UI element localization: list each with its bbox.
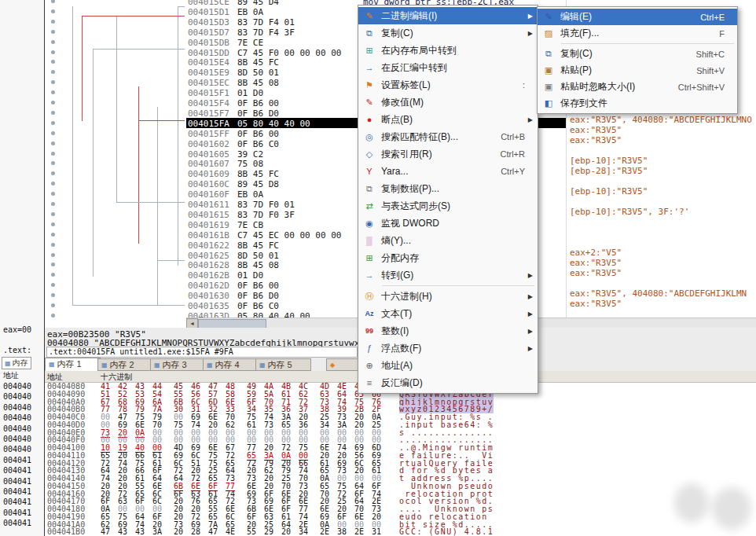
menu-item-fill[interactable]: ▨填充(F)...F — [538, 25, 737, 42]
menu-item-modify-value[interactable]: ✎修改值(M) — [358, 94, 538, 111]
breakpoint-dot[interactable] — [51, 192, 55, 196]
menu-item-paste[interactable]: ▣粘贴(P)Shift+V — [538, 62, 737, 79]
menu-item-copy[interactable]: ⧉复制(C)Shift+C — [538, 46, 737, 62]
sync-expression-icon: ⇄ — [361, 201, 377, 211]
menu-item-yara[interactable]: YYara...Ctrl+Y — [358, 163, 538, 180]
dump-byte[interactable]: 3A — [152, 528, 162, 536]
breakpoint-dot[interactable] — [51, 30, 55, 34]
dump-byte[interactable]: 29 — [264, 528, 273, 536]
comment-annotation: eax:"R3V5" — [570, 258, 622, 268]
breakpoint-dot[interactable] — [51, 233, 55, 237]
yara-icon: Y — [361, 167, 377, 176]
breakpoint-dot[interactable] — [51, 273, 55, 277]
dump-byte[interactable]: 2E — [354, 528, 364, 536]
tab-memory-2[interactable]: ▦内存 2 — [97, 358, 153, 371]
disassembly-icon: ≡ — [361, 378, 377, 387]
breakpoint-dot[interactable] — [51, 40, 55, 44]
breakpoint-dot[interactable] — [51, 212, 55, 216]
tab-memory-1[interactable]: ▦内存 1 — [45, 358, 101, 371]
dump-byte[interactable]: 20 — [281, 528, 291, 536]
menu-item-disassembly[interactable]: ≡反汇编(D) — [358, 374, 538, 391]
menu-item-integer[interactable]: 99整数(I)▶ — [358, 322, 538, 340]
allocate-memory-icon: ⊞ — [361, 253, 377, 263]
menu-item-entropy[interactable]: ▒熵(Y)... — [358, 232, 538, 249]
tab-memory-3[interactable]: ▦内存 3 — [150, 358, 206, 371]
breakpoint-dot[interactable] — [51, 293, 55, 297]
breakpoint-dot[interactable] — [51, 283, 55, 287]
dump-byte[interactable]: 28 — [191, 528, 200, 536]
breakpoint-dot[interactable] — [51, 80, 55, 84]
menu-item-label: 复制(C) — [381, 27, 519, 40]
breakpoint-dot[interactable] — [51, 121, 55, 125]
tab-label: 内存 4 — [215, 359, 240, 371]
breakpoint-dot[interactable] — [51, 90, 55, 94]
menu-item-label: 搜索引用(R) — [381, 148, 494, 161]
dump-byte[interactable]: 2E — [320, 528, 329, 536]
strip-address: 004041 — [3, 508, 31, 517]
breakpoint-dot[interactable] — [51, 101, 55, 105]
menu-item-watch-dword[interactable]: ◉监视 DWORD — [358, 215, 538, 232]
dump-byte[interactable]: 38 — [337, 528, 347, 536]
breakpoint-dot[interactable] — [51, 202, 55, 206]
menu-item-float[interactable]: ƒ浮点数(F)▶ — [358, 340, 538, 357]
breakpoint-dot[interactable] — [51, 9, 55, 13]
breakpoint-dot[interactable] — [51, 60, 55, 64]
dump-byte[interactable]: 43 — [135, 528, 145, 536]
menu-item-address[interactable]: ⊕地址(A) — [358, 357, 538, 374]
breakpoint-dot[interactable] — [51, 253, 55, 257]
breakpoint-dot[interactable] — [51, 152, 55, 156]
breakpoint-dot[interactable] — [51, 171, 55, 175]
menu-item-goto[interactable]: →转到(G)▶ — [358, 266, 538, 284]
breakpoint-dot[interactable] — [51, 131, 55, 135]
strip-memory-tab[interactable]: ▦ 内存 — [2, 357, 31, 369]
menu-item-allocate-memory[interactable]: ⊞分配内存 — [358, 249, 538, 266]
menu-item-edit[interactable]: ✎编辑(E)Ctrl+E — [538, 9, 737, 25]
dump-byte[interactable]: 43 — [118, 528, 127, 536]
breakpoint-dot[interactable] — [51, 141, 55, 145]
breakpoint-dot[interactable] — [51, 161, 55, 165]
menu-item-copy-data[interactable]: ⧉复制数据(P)... — [358, 180, 538, 197]
goto-icon: → — [361, 270, 377, 280]
breakpoint-dot[interactable] — [51, 222, 55, 226]
menu-item-paste-ignore-size[interactable]: ▣粘贴时忽略大小(I)Ctrl+Shift+V — [538, 79, 737, 95]
breakpoint-dot[interactable] — [51, 303, 55, 307]
menu-item-goto-memory[interactable]: ⊞在内存布局中转到 — [358, 42, 538, 59]
menu-item-save-to-file[interactable]: ◧保存到文件 — [538, 95, 737, 112]
dump-byte[interactable]: 4E — [226, 528, 235, 536]
submenu-arrow-icon: ▶ — [525, 345, 533, 352]
dump-byte[interactable]: 20 — [174, 528, 183, 536]
breakpoint-dot[interactable] — [51, 243, 55, 247]
tab-memory-4[interactable]: ▦内存 4 — [203, 358, 259, 371]
dump-byte[interactable]: 34 — [299, 528, 308, 536]
breakpoint-dot[interactable] — [51, 20, 55, 24]
menu-item-binary-edit[interactable]: ✎二进制编辑(I)▶ — [358, 7, 538, 24]
menu-item-text[interactable]: Az文本(T)▶ — [358, 305, 538, 322]
breakpoint-dot[interactable] — [51, 182, 55, 185]
breakpoint-dot[interactable] — [51, 262, 55, 266]
menu-item-hex[interactable]: Ⓗ十六进制(H)▶ — [358, 288, 538, 305]
tab-memory-5[interactable]: ▦内存 5 — [255, 358, 311, 371]
menu-item-copy[interactable]: ⧉复制(C)▶ — [358, 24, 538, 42]
menu-item-label: 断点(B) — [381, 113, 519, 127]
breakpoint-dot[interactable] — [51, 0, 55, 3]
dump-byte[interactable]: 55 — [247, 528, 256, 536]
dump-byte[interactable]: 31 — [372, 528, 381, 536]
tab-label: 内存 5 — [268, 359, 292, 371]
search-pattern-icon: ◎ — [361, 132, 377, 142]
breakpoint-dot[interactable] — [51, 70, 55, 74]
memory-tab-icon: ▦ — [207, 362, 213, 369]
breakpoint-dot[interactable] — [51, 50, 55, 54]
breakpoint-dot[interactable] — [51, 314, 55, 318]
menu-item-sync-expression[interactable]: ⇄与表达式同步(S) — [358, 197, 538, 215]
menu-item-goto-disasm[interactable]: →在反汇编中转到 — [358, 59, 538, 76]
memory-dump-pane[interactable]: 地址 十六进制 ASCII 00404080414243444546474849… — [45, 371, 756, 536]
comment-annotation: eax+2:"V5" — [570, 248, 622, 258]
dump-byte[interactable]: 47 — [208, 528, 218, 536]
dump-byte[interactable]: 47 — [101, 528, 110, 536]
dump-row[interactable]: 004041B04743433A2028474E552920342E382E31… — [45, 528, 756, 536]
menu-item-search-pattern[interactable]: ◎搜索匹配特征(B)...Ctrl+B — [358, 128, 538, 145]
menu-item-label[interactable]: ⚑设置标签(L): — [358, 76, 538, 94]
menu-item-breakpoint[interactable]: ●断点(B)▶ — [358, 111, 538, 128]
breakpoint-dot[interactable] — [51, 111, 55, 115]
menu-item-search-references[interactable]: ◇搜索引用(R)Ctrl+R — [358, 145, 538, 163]
